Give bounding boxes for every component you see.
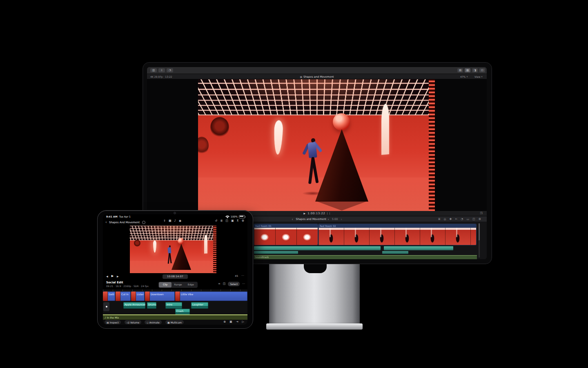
blade-icon[interactable]: ✂ [455,218,457,221]
more-icon[interactable]: ⋯ [241,274,244,277]
split-view-icon[interactable]: ◫ [225,220,228,222]
timeline-video-clip[interactable]: Listen [131,292,145,301]
record-icon[interactable]: ◉ [179,220,181,222]
info-icon[interactable] [142,221,145,224]
clip-name: Red Room 01 [254,224,318,228]
delete-icon[interactable]: ⊗ [223,321,226,323]
multicam-icon: ▦ [167,321,170,324]
share-icon[interactable]: ⊡ [479,68,485,72]
timeline-music-clip[interactable]: Soundtrack [254,255,477,259]
timeline-audio-clip[interactable] [254,251,298,254]
index-icon[interactable]: ≣ [438,218,441,221]
timeline-video-clip[interactable]: Cut In [116,292,131,301]
share-icon[interactable]: ⇪ [163,220,166,222]
timeline-video-clip[interactable]: Red Room 02 [318,224,476,245]
mode-range[interactable]: Range [172,282,184,287]
video-sphere [178,238,184,244]
timeline-scrollbar[interactable] [479,223,480,258]
expand-icon[interactable]: ◳ [480,212,483,215]
export-icon[interactable]: ⊼ [237,220,239,222]
undo-icon[interactable]: ↺ [215,220,218,222]
video-led-strip [213,226,216,273]
previous-frame-icon[interactable]: ◀ [106,275,108,278]
clip-appearance-icon[interactable]: ◔ [461,218,463,221]
fcp-ipad-timeline: Getting Rdy Cut In Listen Downtown Littl… [103,289,247,320]
timeline-video-clip[interactable]: Little Vibe [175,292,247,301]
next-frame-icon[interactable]: ▶ [117,275,119,278]
media-icon[interactable]: ▦ [169,220,172,222]
chevron-down-icon: ∨ [327,218,329,220]
ipad-timecode: 10:08:14:07 [163,274,188,279]
video-dancer [167,245,172,267]
clip-name: Red Room 02 [318,224,476,228]
import-icon-glyph: ⇩ [160,69,163,72]
marker-icon[interactable]: ▭ [466,218,469,221]
viewer-video-frame[interactable] [198,79,435,211]
more-icon[interactable]: ⋯ [242,283,245,285]
picture-in-picture-icon[interactable]: ▣ [229,321,232,323]
timeline-scrollbar-thumb[interactable] [479,223,480,240]
viewer-zoom-menu[interactable]: 47% ∨ [460,76,468,78]
ipad-video-frame[interactable] [130,226,216,273]
sidebar-icon[interactable]: ▥ [150,68,157,72]
timeline-audio-clip[interactable]: Intro [165,302,182,309]
loop-icon[interactable]: ∞ [218,283,220,285]
video-arch-window [204,235,207,254]
timeline-video-clip[interactable]: Red Room 01 [254,224,318,245]
clip-name: Downtown [151,293,174,296]
mode-clip[interactable]: Clip [159,282,172,287]
video-porthole-window [210,117,229,137]
inspector-toggle-icon[interactable]: ◨ [472,68,478,72]
clip-name: Listen [137,293,144,296]
browser-toggle-glyph: ▤ [459,69,462,72]
mic-icon[interactable]: ♪ [174,220,176,222]
timeline-audio-clip[interactable] [384,246,453,250]
play-fullscreen-icon[interactable]: ▷ [242,321,244,323]
timeline-video-clip[interactable]: Getting Rdy [103,292,115,301]
fcp-mac-viewer-info-bar: 4K 29.97p · 13:22 ▦ Shapes and Movement … [147,74,487,79]
multicam-icon[interactable]: ◫ [472,218,475,221]
timeline-audio-clip[interactable]: Apple Announcement [123,302,145,309]
timeline-back-icon[interactable]: ‹ [292,218,293,221]
overlay-icon[interactable]: ◫ [223,283,226,285]
timeline-forward-icon[interactable]: › [341,218,342,221]
play-icon[interactable]: ▶ [111,275,114,278]
chevron-down-icon: ∨ [466,76,468,78]
mode-edge[interactable]: Edge [185,282,197,287]
wifi-icon [225,215,229,218]
tasks-icon-glyph: ◔ [169,69,171,72]
animate-label: Animate [149,321,160,324]
play-icon[interactable]: ▶ [304,212,306,215]
timeline-audio-clip[interactable] [382,251,408,254]
timeline-audio-clip[interactable] [254,246,381,250]
browser-toggle-icon[interactable]: ▤ [457,68,463,72]
list-icon[interactable]: ≣ [220,220,223,222]
volume-button[interactable]: ◁) Volume [125,320,141,324]
back-icon[interactable]: ‹ [105,220,107,224]
timeline-connected-clip-handle[interactable] [103,302,109,311]
settings-icon[interactable]: ⚙ [242,220,244,222]
clip-name: Little Vibe [181,293,247,296]
animate-button[interactable]: ◇ Animate [145,320,162,324]
import-media-icon[interactable]: ⇩ [158,68,165,72]
timeline-video-clip[interactable]: Downtown [145,292,175,301]
select-button[interactable]: Select [228,282,240,286]
zoom-badge[interactable]: 45 [235,275,238,277]
background-tasks-icon[interactable]: ◔ [167,68,173,72]
add-icon[interactable]: ✚ [450,218,452,221]
video-ceiling-glow [198,79,435,128]
timeline-audio-clip[interactable]: Laughter [191,302,208,309]
viewer-view-menu[interactable]: View ∨ [474,76,483,78]
inspect-button[interactable]: ▤ Inspect [105,320,121,324]
project-title[interactable]: Shapes And Movement [109,221,140,224]
media-browser-icon[interactable]: ▣ [231,220,234,222]
export-icon[interactable]: ⇥ [236,321,238,323]
timeline-project-menu[interactable]: Shapes and Movement ∨ [296,218,329,221]
ipad-screen: 9:41 AM Tue Apr 1 100% ‹ Shapes And Move… [103,214,247,325]
skimming-icon[interactable]: ◎ [444,218,446,221]
timeline-audio-clip[interactable]: Drums [147,302,156,309]
settings-icon[interactable]: ⚙ [479,218,481,221]
timeline-audio-clip[interactable]: Crash [175,309,190,315]
viewer-toggle-icon[interactable]: ▦ [465,68,470,72]
multicam-button[interactable]: ▦ Multicam [165,320,184,324]
